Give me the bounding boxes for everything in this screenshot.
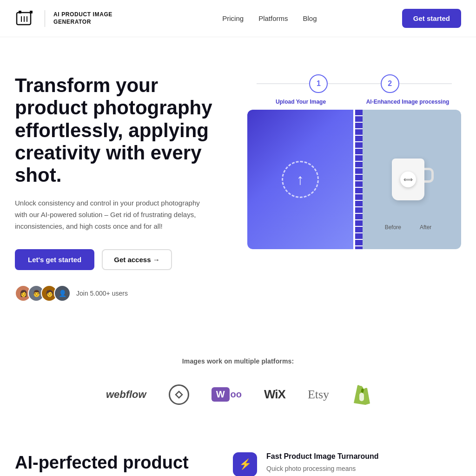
hero-left: Transform your product photography effor… bbox=[15, 74, 229, 302]
upload-circle: ↑ bbox=[282, 161, 319, 198]
features-section: AI-perfected product photography. ⚡ Fast… bbox=[0, 424, 476, 476]
feature-content-1: Fast Product Image Turnaround Quick phot… bbox=[266, 452, 379, 474]
upload-arrow-icon: ↑ bbox=[297, 171, 304, 188]
platform-wix: WiX bbox=[264, 387, 285, 402]
logo-icon bbox=[15, 8, 36, 29]
after-label: After bbox=[420, 224, 431, 231]
nav-blog[interactable]: Blog bbox=[303, 14, 317, 22]
nav-brand: AI PRODUCT IMAGE GENERATOR bbox=[15, 8, 137, 29]
avatar: 👤 bbox=[54, 285, 71, 302]
hero-buttons: Let's get started Get access → bbox=[15, 249, 229, 270]
avatar-group: 👩 👨 🧑 👤 bbox=[15, 285, 71, 302]
step-2-label: AI-Enhanced Image processing bbox=[354, 99, 461, 105]
feature-desc-1: Quick photo processing means bbox=[266, 463, 379, 474]
social-proof-text: Join 5.000+ users bbox=[76, 290, 128, 297]
hero-demo-images: ↑ ⟺ Before After bbox=[247, 110, 461, 249]
hero-primary-button[interactable]: Let's get started bbox=[15, 249, 94, 270]
step-1-label: Upload Your Image bbox=[247, 99, 354, 105]
platforms-section: Images work on multiple platforms: webfl… bbox=[0, 330, 476, 424]
step-2-circle: 2 bbox=[381, 74, 399, 93]
svg-rect-2 bbox=[30, 11, 33, 13]
platform-webflow: webflow bbox=[106, 389, 146, 401]
hero-secondary-button[interactable]: Get access → bbox=[102, 249, 172, 270]
hero-subtitle: Unlock consistency and control in your p… bbox=[15, 198, 210, 232]
before-after-labels: Before After bbox=[385, 224, 432, 231]
step-1-circle: 1 bbox=[309, 74, 328, 93]
svg-rect-6 bbox=[359, 393, 364, 401]
nav-cta-button[interactable]: Get started bbox=[402, 9, 461, 28]
hero-title: Transform your product photography effor… bbox=[15, 74, 229, 186]
feature-title-1: Fast Product Image Turnaround bbox=[266, 452, 379, 461]
slider-icon[interactable]: ⟺ bbox=[400, 172, 416, 187]
navbar: AI PRODUCT IMAGE GENERATOR Pricing Platf… bbox=[0, 0, 476, 37]
svg-rect-1 bbox=[19, 11, 21, 13]
steps-labels: Upload Your Image AI-Enhanced Image proc… bbox=[247, 99, 461, 105]
before-label: Before bbox=[385, 224, 401, 231]
platform-woocommerce: W oo bbox=[212, 387, 242, 402]
result-panel: ⟺ Before After bbox=[355, 110, 461, 249]
features-right: ⚡ Fast Product Image Turnaround Quick ph… bbox=[233, 452, 461, 476]
brand-name: AI PRODUCT IMAGE GENERATOR bbox=[53, 11, 137, 26]
platforms-logos: webflow W oo WiX Etsy bbox=[15, 383, 461, 406]
features-big-title: AI-perfected product photography. bbox=[15, 452, 205, 476]
nav-pricing[interactable]: Pricing bbox=[222, 14, 244, 22]
woo-label: W bbox=[212, 387, 230, 402]
platforms-label: Images work on multiple platforms: bbox=[15, 357, 461, 365]
mug-handle bbox=[424, 168, 434, 183]
platform-shopify bbox=[351, 383, 370, 406]
step-line-right bbox=[399, 83, 452, 84]
step-line-middle bbox=[328, 83, 380, 84]
steps-bar: 1 2 bbox=[247, 74, 461, 93]
step-line-left bbox=[257, 83, 309, 84]
nav-platforms[interactable]: Platforms bbox=[258, 14, 288, 22]
feature-item-1: ⚡ Fast Product Image Turnaround Quick ph… bbox=[233, 452, 461, 476]
platform-etsy: Etsy bbox=[308, 388, 329, 402]
hero-right: 1 2 Upload Your Image AI-Enhanced Image … bbox=[247, 74, 461, 249]
upload-panel: ↑ bbox=[247, 110, 353, 249]
platform-squarespace bbox=[169, 384, 189, 405]
squarespace-icon bbox=[169, 384, 189, 405]
features-left: AI-perfected product photography. bbox=[15, 452, 205, 476]
nav-links: Pricing Platforms Blog bbox=[222, 14, 317, 23]
hero-social-proof: 👩 👨 🧑 👤 Join 5.000+ users bbox=[15, 285, 229, 302]
logo-divider bbox=[45, 10, 45, 27]
lightning-icon: ⚡ bbox=[239, 458, 251, 470]
hero-section: Transform your product photography effor… bbox=[0, 37, 476, 330]
feature-icon-turnaround: ⚡ bbox=[233, 452, 257, 476]
